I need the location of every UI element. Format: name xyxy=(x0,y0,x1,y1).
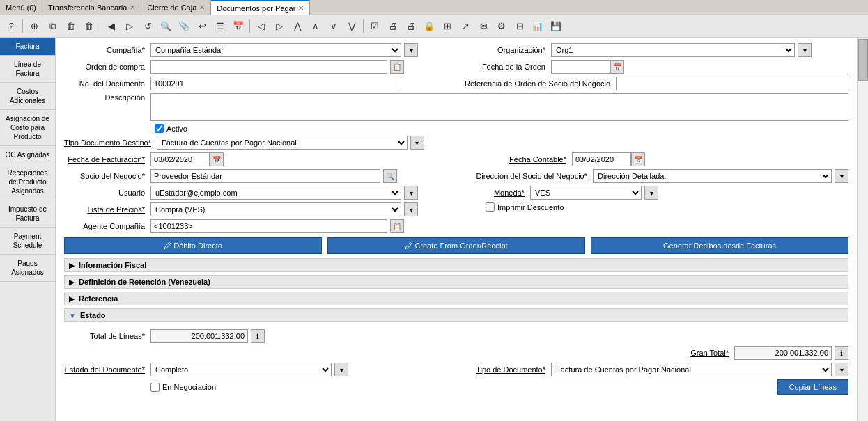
btn-gran-total-info[interactable]: ℹ xyxy=(835,346,848,360)
tab-documentos[interactable]: Documentos por Pagar ✕ xyxy=(211,0,310,15)
toolbar-save[interactable]: 💾 xyxy=(548,18,564,35)
close-tab-transferencia[interactable]: ✕ xyxy=(130,3,135,11)
toolbar-settings[interactable]: ⚙ xyxy=(493,18,510,35)
toolbar-delete2[interactable]: 🗑 xyxy=(80,18,97,35)
select-compania[interactable]: Compañía Estándar xyxy=(150,43,401,57)
btn-fecha-facturacion-cal[interactable]: 📅 xyxy=(210,152,224,166)
label-en-negociacion: En Negociación xyxy=(162,383,216,391)
btn-tipo-doc-pick[interactable]: ▾ xyxy=(835,363,848,376)
toolbar-nav1[interactable]: ◀ xyxy=(103,18,120,35)
sidebar-item-payment-schedule[interactable]: Payment Schedule xyxy=(0,228,55,255)
btn-dir-socio-pick[interactable]: ▾ xyxy=(835,169,848,183)
toolbar-up[interactable]: ∧ xyxy=(307,18,324,35)
toolbar-attach[interactable]: 📎 xyxy=(176,18,192,35)
section-estado[interactable]: ▼ Estado xyxy=(64,308,848,322)
toolbar-list[interactable]: ☰ xyxy=(212,18,228,35)
toolbar-last[interactable]: ⋁ xyxy=(343,18,360,35)
tab-transferencia[interactable]: Transferencia Bancaria ✕ xyxy=(42,0,141,15)
select-lista-precios[interactable]: Compra (VES) xyxy=(150,202,401,216)
sidebar-item-pagos-asignados[interactable]: Pagos Asignados xyxy=(0,255,55,282)
toolbar-chart[interactable]: 📊 xyxy=(529,18,546,35)
toolbar-calendar[interactable]: 📅 xyxy=(230,18,247,35)
select-estado-doc[interactable]: Completo xyxy=(150,363,332,376)
btn-usuario-pick[interactable]: ▾ xyxy=(404,186,418,200)
input-ref-orden[interactable] xyxy=(616,77,848,90)
input-fecha-contable[interactable] xyxy=(572,152,631,166)
tab-menu[interactable]: Menú (0) xyxy=(0,0,42,15)
input-socio-negocio[interactable] xyxy=(150,169,380,183)
toolbar-check[interactable]: ☑ xyxy=(366,18,383,35)
btn-fecha-contable-cal[interactable]: 📅 xyxy=(631,152,645,166)
btn-socio-pick[interactable]: 🔍 xyxy=(383,169,397,183)
toolbar-delete1[interactable]: 🗑 xyxy=(62,18,79,35)
btn-agente-compania-pick[interactable]: 📋 xyxy=(390,219,404,233)
input-orden-compra[interactable] xyxy=(150,60,387,74)
toolbar-print1[interactable]: 🖨 xyxy=(385,18,401,35)
section-retencion[interactable]: ▶ Definición de Retención (Venezuela) xyxy=(64,275,848,289)
toolbar-minus[interactable]: ⊟ xyxy=(511,18,528,35)
input-fecha-facturacion[interactable] xyxy=(150,152,210,166)
toolbar-prev[interactable]: ◁ xyxy=(253,18,270,35)
sidebar-item-linea-factura[interactable]: Línea de Factura xyxy=(0,56,55,83)
select-organizacion[interactable]: Org1 xyxy=(551,43,795,57)
toolbar-down[interactable]: ∨ xyxy=(325,18,342,35)
btn-lista-precios-pick[interactable]: ▾ xyxy=(404,202,418,216)
sidebar-item-factura[interactable]: Factura xyxy=(0,38,55,56)
toolbar-export[interactable]: ↗ xyxy=(457,18,474,35)
sidebar-item-asignacion-costo[interactable]: Asignación de Costo para Producto xyxy=(0,110,55,146)
btn-generar-recibos[interactable]: Generar Recibos desde Facturas xyxy=(591,237,848,254)
checkbox-imprimir-descuento[interactable] xyxy=(486,202,495,212)
btn-orden-compra-pick[interactable]: 📋 xyxy=(390,60,404,74)
row-agente-compania: Agente Compañía 📋 xyxy=(64,219,848,233)
btn-organizacion-pick[interactable]: ▾ xyxy=(798,43,812,57)
toolbar-copy[interactable]: ⧉ xyxy=(44,18,61,35)
toolbar-help[interactable]: ? xyxy=(3,18,20,35)
scrollbar[interactable] xyxy=(857,38,868,421)
toolbar-refresh[interactable]: ↺ xyxy=(139,18,156,35)
select-tipo-doc-destino[interactable]: Factura de Cuentas por Pagar Nacional xyxy=(157,136,408,150)
btn-moneda-pick[interactable]: ▾ xyxy=(644,186,658,200)
toolbar-lock[interactable]: 🔒 xyxy=(421,18,437,35)
select-dir-socio[interactable]: Dirección Detallada. xyxy=(593,169,832,183)
btn-debito-directo[interactable]: 🖊 Débito Directo xyxy=(64,237,322,254)
toolbar-search[interactable]: 🔍 xyxy=(157,18,174,35)
btn-copiar-lineas[interactable]: Copiar Líneas xyxy=(777,379,849,395)
input-descripcion[interactable] xyxy=(150,93,848,121)
row-tipo-doc-destino: Tipo Documento Destino* Factura de Cuent… xyxy=(64,136,848,150)
btn-tipo-doc-destino-pick[interactable]: ▾ xyxy=(410,136,424,150)
close-tab-cierre[interactable]: ✕ xyxy=(199,3,205,11)
btn-compania-pick[interactable]: ▾ xyxy=(404,43,418,57)
toolbar-new[interactable]: ⊕ xyxy=(26,18,42,35)
arrow-fiscal: ▶ xyxy=(69,262,75,269)
toolbar-first[interactable]: ⋀ xyxy=(289,18,306,35)
label-ref-orden: Referencia de Orden de Socio del Negocio xyxy=(465,79,613,88)
sidebar-item-oc-asignadas[interactable]: OC Asignadas xyxy=(0,146,55,164)
toolbar-next[interactable]: ▷ xyxy=(271,18,288,35)
sidebar-item-impuesto-factura[interactable]: Impuesto de Factura xyxy=(0,200,55,228)
btn-fecha-orden-cal[interactable]: 📅 xyxy=(610,60,624,74)
select-moneda[interactable]: VES xyxy=(530,186,642,200)
btn-create-order[interactable]: 🖊 Create From Order/Receipt xyxy=(327,237,585,254)
toolbar-grid[interactable]: ⊞ xyxy=(439,18,456,35)
label-estado-doc: Estado del Documento* xyxy=(64,365,148,374)
checkbox-en-negociacion[interactable] xyxy=(150,383,160,392)
section-referencia[interactable]: ▶ Referencia xyxy=(64,292,848,305)
sidebar-item-costos-adicionales[interactable]: Costos Adicionales xyxy=(0,83,55,110)
sidebar-item-recepciones[interactable]: Recepciones de Producto Asignadas xyxy=(0,164,55,200)
btn-estado-doc-pick[interactable]: ▾ xyxy=(334,363,348,376)
toolbar-print2[interactable]: 🖨 xyxy=(403,18,419,35)
toolbar-nav2[interactable]: ▷ xyxy=(121,18,138,35)
toolbar-undo[interactable]: ↩ xyxy=(194,18,210,35)
checkbox-activo[interactable] xyxy=(155,124,164,133)
btn-total-lineas-info[interactable]: ℹ xyxy=(251,329,265,343)
tab-cierre[interactable]: Cierre de Caja ✕ xyxy=(141,0,211,15)
input-no-documento[interactable] xyxy=(150,77,401,90)
input-fecha-orden[interactable] xyxy=(551,60,610,74)
select-tipo-doc[interactable]: Factura de Cuentas por Pagar Nacional xyxy=(551,363,832,376)
toolbar-email[interactable]: ✉ xyxy=(475,18,492,35)
close-tab-documentos[interactable]: ✕ xyxy=(298,4,304,12)
input-agente-compania[interactable] xyxy=(150,219,387,233)
select-usuario[interactable]: uEstadar@ejemplo.com xyxy=(150,186,401,200)
section-fiscal[interactable]: ▶ Información Fiscal xyxy=(64,258,848,272)
label-total-lineas: Total de Líneas* xyxy=(64,332,148,340)
